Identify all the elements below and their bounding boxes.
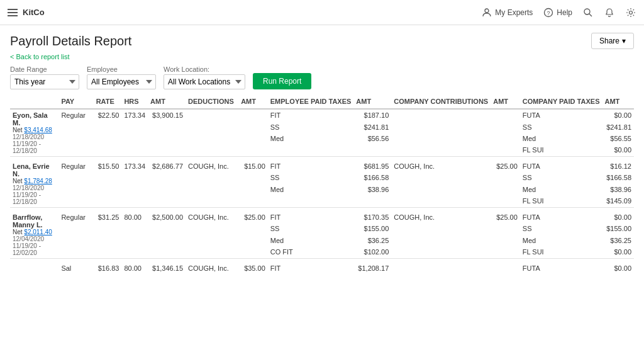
deduction-cell (186, 184, 238, 195)
damt-cell (238, 144, 268, 156)
rate-cell (94, 144, 122, 156)
rate-cell: $22.50 (94, 109, 122, 122)
deduction-cell (186, 122, 238, 133)
employee-filter: Employee All Employees (87, 65, 156, 89)
run-report-button[interactable]: Run Report (253, 73, 311, 89)
employee-label: Employee (87, 65, 156, 73)
help-icon: ? (543, 7, 554, 18)
help-nav[interactable]: ? Help (543, 7, 572, 18)
rate-cell (94, 235, 122, 246)
eamt-cell: $155.00 (353, 223, 391, 234)
camt-cell (491, 133, 520, 144)
table-row: CO FIT$102.00FL SUI$0.00 (10, 246, 634, 258)
work-location-select[interactable]: All Work Locations (164, 74, 245, 89)
brand-name: KitCo (23, 8, 45, 17)
table-row: Eyon, Sala M. Net $3,414.68 12/18/2020 1… (10, 109, 634, 122)
share-button[interactable]: Share ▾ (591, 33, 634, 49)
employee-date1: 12/18/2020 (13, 184, 56, 191)
table-row: Barrflow, Manny L. Net $2,011.40 12/04/2… (10, 212, 634, 223)
hrs-cell (121, 172, 148, 183)
gear-icon (625, 7, 636, 18)
contrib-cell (391, 184, 491, 195)
camt-cell: $25.00 (491, 212, 520, 223)
eamt-cell: $187.10 (353, 109, 391, 122)
contrib-cell (391, 246, 491, 258)
date-range-filter: Date Range This year (10, 65, 79, 89)
back-link[interactable]: Back to report list (0, 53, 644, 63)
th-deductions: DEDUCTIONS (186, 94, 238, 109)
hrs-cell (121, 122, 148, 133)
date-range-select[interactable]: This year (10, 74, 79, 89)
employee-net: Net $3,414.68 (13, 127, 56, 133)
settings-nav[interactable] (625, 7, 636, 18)
pay-cell (58, 122, 93, 133)
data-cell: $35.00 (238, 263, 268, 274)
rate-cell (94, 133, 122, 144)
my-experts-nav[interactable]: My Experts (481, 7, 533, 18)
deduction-cell (186, 144, 238, 156)
hamburger-menu[interactable] (8, 9, 18, 16)
emp-tax-cell: Med (268, 133, 354, 144)
pay-cell: Regular (58, 161, 93, 172)
notifications-nav[interactable] (604, 7, 615, 18)
damt-cell: $15.00 (238, 161, 268, 172)
comp-tax-cell: FL SUI (520, 144, 602, 156)
eamt-cell: $102.00 (353, 246, 391, 258)
share-label: Share (599, 37, 619, 45)
tamt-cell: $0.00 (602, 212, 634, 223)
data-cell: FIT (268, 263, 354, 274)
tamt-cell: $145.09 (602, 195, 634, 207)
hrs-cell: 173.34 (121, 109, 148, 122)
employee-select[interactable]: All Employees (87, 74, 156, 89)
th-pay: PAY (58, 94, 93, 109)
damt-cell (238, 133, 268, 144)
table-row: SS$241.81SS$241.81 (10, 122, 634, 133)
camt-cell (491, 223, 520, 234)
top-nav: KitCo My Experts ? Help (0, 0, 644, 25)
th-hrs: HRS (121, 94, 148, 109)
emp-tax-cell: FIT (268, 161, 354, 172)
tamt-cell: $56.55 (602, 133, 634, 144)
data-cell: $16.83 (94, 263, 122, 274)
table-row: Sal$16.8380.00$1,346.15COUGH, Inc.$35.00… (10, 263, 634, 274)
rate-cell (94, 172, 122, 183)
data-cell: $0.00 (602, 263, 634, 274)
emp-tax-cell: SS (268, 223, 354, 234)
camt-cell (491, 195, 520, 207)
employee-cell: Barrflow, Manny L. Net $2,011.40 12/04/2… (10, 212, 58, 259)
eamt-cell: $170.35 (353, 212, 391, 223)
comp-tax-cell: Med (520, 184, 602, 195)
deduction-cell (186, 133, 238, 144)
emp-tax-cell: Med (268, 184, 354, 195)
svg-line-4 (589, 14, 592, 16)
employee-date-range: 11/19/20 - 12/18/20 (13, 140, 56, 154)
rate-cell: $15.50 (94, 161, 122, 172)
filters-bar: Date Range This year Employee All Employ… (0, 63, 644, 94)
th-rate: RATE (94, 94, 122, 109)
damt-cell (238, 235, 268, 246)
contrib-cell (391, 122, 491, 133)
eamt-cell: $681.95 (353, 161, 391, 172)
amt-cell: $3,900.15 (148, 109, 186, 122)
employee-name: Eyon, Sala M. (13, 111, 56, 127)
date-range-label: Date Range (10, 65, 79, 73)
deduction-cell (186, 246, 238, 258)
pay-cell (58, 184, 93, 195)
comp-tax-cell: FUTA (520, 161, 602, 172)
emp-tax-cell (268, 195, 354, 207)
pay-cell (58, 144, 93, 156)
comp-tax-cell: Med (520, 235, 602, 246)
deduction-cell: COUGH, Inc. (186, 161, 238, 172)
search-nav[interactable] (582, 7, 594, 18)
employee-name: Barrflow, Manny L. (13, 213, 56, 229)
eamt-cell: $241.81 (353, 122, 391, 133)
emp-tax-cell: CO FIT (268, 246, 354, 258)
amt-cell (148, 144, 186, 156)
comp-tax-cell: FL SUI (520, 246, 602, 258)
eamt-cell: $38.96 (353, 184, 391, 195)
tamt-cell: $155.00 (602, 223, 634, 234)
data-cell: 80.00 (121, 263, 148, 274)
tamt-cell: $0.00 (602, 144, 634, 156)
comp-tax-cell: Med (520, 133, 602, 144)
comp-tax-cell: FUTA (520, 109, 602, 122)
